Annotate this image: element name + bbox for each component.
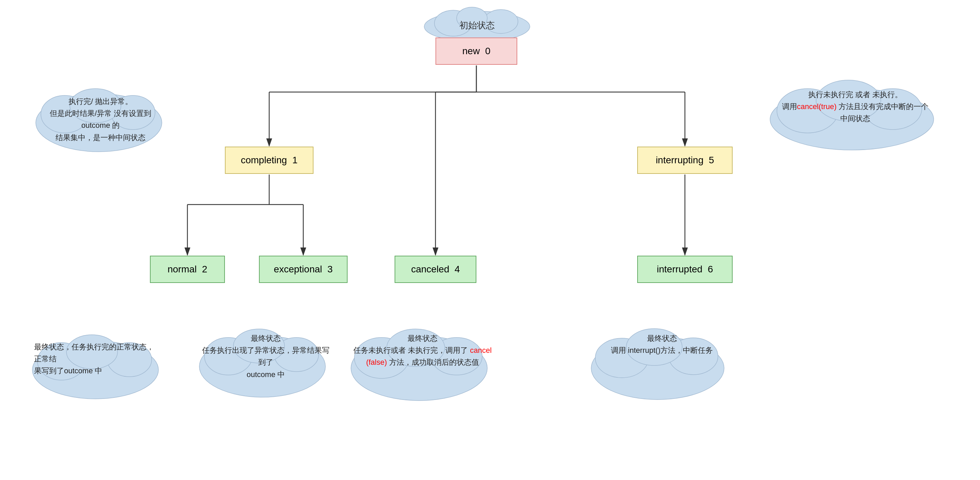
state-interrupted: interrupted 6	[637, 256, 733, 283]
state-new-label: new	[462, 46, 480, 57]
state-canceled-label: canceled	[411, 264, 449, 275]
interrupting-cloud-text: 执行未执行完 或者 未执行。 调用cancel(true) 方法且没有完成中断的…	[773, 89, 937, 125]
state-completing: completing 1	[225, 147, 313, 174]
diagram-container: 初始状态 执行完/ 抛出异常。 但是此时结果/异常 没有设置到 outcome …	[0, 0, 980, 480]
completing-cloud-text: 执行完/ 抛出异常。 但是此时结果/异常 没有设置到 outcome 的 结果集…	[38, 96, 164, 144]
state-interrupted-number: 6	[708, 264, 713, 275]
state-interrupted-label: interrupted	[657, 264, 702, 275]
state-canceled-number: 4	[455, 264, 460, 275]
state-new-number: 0	[485, 46, 491, 57]
state-new: new 0	[436, 38, 517, 65]
state-normal: normal 2	[150, 256, 225, 283]
state-interrupting-label: interrupting	[655, 155, 703, 166]
interrupted-cloud-text: 最终状态 调用 interrupt()方法，中断任务	[595, 332, 729, 356]
state-canceled: canceled 4	[395, 256, 476, 283]
state-exceptional-label: exceptional	[274, 264, 322, 275]
state-exceptional-number: 3	[328, 264, 333, 275]
state-interrupting-number: 5	[709, 155, 714, 166]
normal-cloud-text: 最终状态，任务执行完的正常状态，正常结 果写到了outcome 中	[34, 341, 160, 377]
state-completing-number: 1	[293, 155, 298, 166]
state-normal-number: 2	[202, 264, 207, 275]
canceled-cloud-text: 最终状态 任务未执行或者 未执行完，调用了 cancel (false) 方法，…	[351, 332, 494, 368]
state-interrupting: interrupting 5	[637, 147, 733, 174]
exceptional-cloud-text: 最终状态 任务执行出现了异常状态，异常结果写到了 outcome 中	[201, 332, 331, 380]
state-normal-label: normal	[168, 264, 197, 275]
svg-text:初始状态: 初始状态	[459, 20, 495, 30]
state-completing-label: completing	[241, 155, 287, 166]
state-exceptional: exceptional 3	[259, 256, 348, 283]
